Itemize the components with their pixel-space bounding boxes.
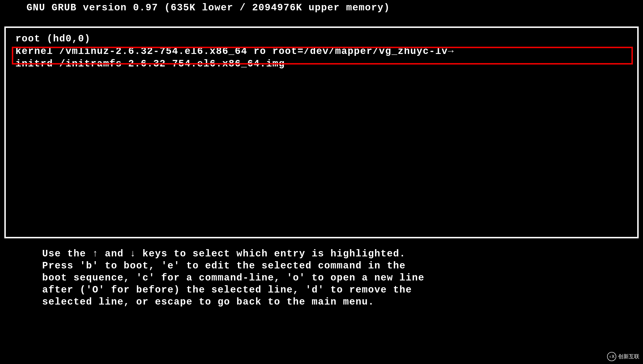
instruction-line-3: boot sequence, 'c' for a command-line, '… xyxy=(42,272,601,284)
watermark-text: 创新互联 xyxy=(618,353,639,360)
boot-menu-container: root (hd0,0) kernel /vmlinuz-2.6.32-754.… xyxy=(4,26,639,238)
instruction-line-1: Use the ↑ and ↓ keys to select which ent… xyxy=(42,248,601,260)
selection-highlight xyxy=(12,47,633,64)
instruction-line-2: Press 'b' to boot, 'e' to edit the selec… xyxy=(42,260,601,272)
instruction-line-5: selected line, or escape to go back to t… xyxy=(42,296,601,308)
instructions: Use the ↑ and ↓ keys to select which ent… xyxy=(0,238,643,308)
watermark: ‹X 创新互联 xyxy=(607,352,639,361)
grub-header: GNU GRUB version 0.97 (635K lower / 2094… xyxy=(0,2,643,13)
watermark-icon: ‹X xyxy=(607,352,616,361)
instruction-line-4: after ('O' for before) the selected line… xyxy=(42,284,601,296)
grub-title: GNU GRUB version 0.97 (635K lower / 2094… xyxy=(27,2,390,13)
menu-line-root[interactable]: root (hd0,0) xyxy=(6,33,637,45)
